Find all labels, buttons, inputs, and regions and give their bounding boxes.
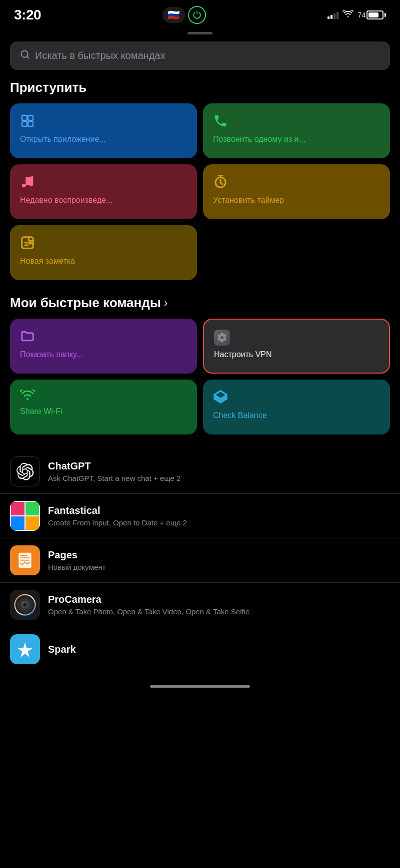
battery-level: 74 <box>358 11 366 19</box>
signal-bars <box>328 11 338 19</box>
pages-app-name: Pages <box>48 549 106 561</box>
app-list-item-fantastical[interactable]: Fantastical Create From Input, Open to D… <box>0 494 400 538</box>
chatgpt-app-icon <box>10 456 40 486</box>
signal-bar-2 <box>330 15 332 19</box>
my-shortcuts-section: Мои быстрые команды › Показать папку... … <box>0 295 400 444</box>
shortcut-set-timer[interactable]: Установить таймер <box>203 164 390 219</box>
svg-rect-1 <box>22 115 27 120</box>
power-button[interactable] <box>188 6 206 24</box>
svg-point-5 <box>22 184 26 188</box>
search-placeholder-text: Искать в быстрых командах <box>35 50 165 61</box>
sheet-handle <box>0 27 400 37</box>
get-started-title: Приступить <box>0 80 400 103</box>
fantastical-app-icon <box>10 501 40 531</box>
battery-indicator: 74 <box>358 10 386 19</box>
status-bar: 3:20 🇷🇺 74 <box>0 0 400 27</box>
shortcut-configure-vpn[interactable]: Настроить VPN <box>203 319 390 374</box>
app-list-item-pages[interactable]: Pages Новый документ <box>0 538 400 583</box>
procamera-app-icon <box>10 590 40 620</box>
app-list-item-procamera[interactable]: ProCamera Open & Take Photo, Open & Take… <box>0 583 400 627</box>
svg-point-20 <box>24 604 26 606</box>
home-indicator <box>0 681 400 698</box>
timer-icon <box>213 174 380 191</box>
fantastical-app-name: Fantastical <box>48 505 187 516</box>
spark-app-name: Spark <box>48 644 76 655</box>
get-started-grid: Открыть приложение... Позвонить одному и… <box>0 103 400 290</box>
chatgpt-app-text: ChatGPT Ask ChatGPT, Start a new chat + … <box>48 460 180 482</box>
home-bar <box>150 685 250 688</box>
my-shortcuts-grid: Показать папку... Настроить VPN Share <box>0 319 400 444</box>
svg-rect-14 <box>20 560 30 561</box>
pages-app-subtitle: Новый документ <box>48 563 106 571</box>
flag-icon: 🇷🇺 <box>168 9 180 21</box>
note-icon <box>20 235 187 252</box>
wifi-icon <box>342 10 354 20</box>
new-note-label: Новая заметка <box>20 256 187 267</box>
pages-app-text: Pages Новый документ <box>48 549 106 571</box>
app-list-item-chatgpt[interactable]: ChatGPT Ask ChatGPT, Start a new chat + … <box>0 449 400 494</box>
chatgpt-app-name: ChatGPT <box>48 460 180 472</box>
shortcut-new-note[interactable]: Новая заметка <box>10 225 197 280</box>
svg-rect-2 <box>28 115 33 120</box>
configure-vpn-label: Настроить VPN <box>214 350 379 360</box>
handle-bar <box>188 32 212 34</box>
get-started-section: Приступить Открыть приложение... Позвон <box>0 80 400 290</box>
signal-bar-1 <box>328 16 330 19</box>
layers-icon <box>213 390 380 407</box>
check-balance-label: Check Balance <box>213 411 380 421</box>
signal-bar-4 <box>336 12 338 19</box>
svg-rect-3 <box>22 121 27 126</box>
folder-icon <box>20 329 187 346</box>
flag-pill: 🇷🇺 <box>162 7 185 23</box>
search-bar[interactable]: Искать в быстрых командах <box>10 41 390 70</box>
shortcut-recently-played[interactable]: Недавно воспроизведе... <box>10 164 197 219</box>
app-list-item-spark[interactable]: Spark <box>0 627 400 671</box>
set-timer-label: Установить таймер <box>213 195 380 206</box>
svg-rect-13 <box>20 559 30 559</box>
my-shortcuts-title[interactable]: Мои быстрые команды › <box>0 295 400 319</box>
spark-app-icon <box>10 634 40 664</box>
settings-icon <box>214 330 230 346</box>
procamera-app-subtitle: Open & Take Photo, Open & Take Video, Op… <box>48 607 250 616</box>
pages-app-icon <box>10 545 40 575</box>
share-wifi-label: Share Wi-Fi <box>20 407 187 417</box>
chatgpt-app-subtitle: Ask ChatGPT, Start a new chat + еще 2 <box>48 474 180 482</box>
my-shortcuts-arrow: › <box>164 297 168 310</box>
svg-rect-11 <box>20 555 28 556</box>
app-list: ChatGPT Ask ChatGPT, Start a new chat + … <box>0 444 400 676</box>
procamera-app-text: ProCamera Open & Take Photo, Open & Take… <box>48 594 250 616</box>
status-right: 74 <box>328 10 386 20</box>
svg-marker-24 <box>18 642 32 657</box>
wifi-share-icon <box>20 390 187 403</box>
fantastical-app-text: Fantastical Create From Input, Open to D… <box>48 505 187 527</box>
open-app-icon <box>20 113 187 130</box>
spark-app-text: Spark <box>48 644 76 655</box>
status-center: 🇷🇺 <box>162 6 206 24</box>
svg-point-21 <box>22 601 24 603</box>
svg-rect-12 <box>20 557 30 558</box>
music-icon <box>20 174 187 191</box>
search-icon <box>20 49 30 62</box>
status-time: 3:20 <box>14 7 41 23</box>
svg-rect-4 <box>28 121 33 126</box>
open-app-label: Открыть приложение... <box>20 134 187 145</box>
fantastical-app-subtitle: Create From Input, Open to Date + еще 2 <box>48 518 187 527</box>
recently-played-label: Недавно воспроизведе... <box>20 195 187 206</box>
procamera-app-name: ProCamera <box>48 594 250 605</box>
shortcut-open-app[interactable]: Открыть приложение... <box>10 103 197 158</box>
shortcut-call[interactable]: Позвонить одному из и... <box>203 103 390 158</box>
show-folder-label: Показать папку... <box>20 350 187 360</box>
svg-point-6 <box>30 182 34 186</box>
shortcut-check-balance[interactable]: Check Balance <box>203 380 390 434</box>
call-icon <box>213 113 380 130</box>
shortcut-share-wifi[interactable]: Share Wi-Fi <box>10 380 197 434</box>
signal-bar-3 <box>334 13 336 19</box>
search-container: Искать в быстрых командах <box>0 37 400 80</box>
shortcut-show-folder[interactable]: Показать папку... <box>10 319 197 374</box>
call-label: Позвонить одному из и... <box>213 134 380 145</box>
